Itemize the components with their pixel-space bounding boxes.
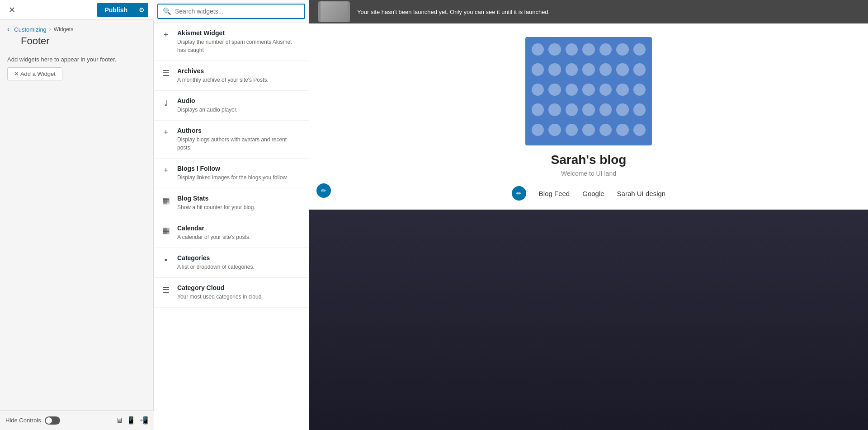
widget-item[interactable]: ▦ Calendar A calendar of your site's pos…: [154, 218, 309, 248]
site-notice: Your site hasn't been launched yet. Only…: [309, 0, 868, 23]
add-widget-hint: Add widgets here to appear in your foote…: [7, 56, 146, 63]
widget-item[interactable]: ☰ Category Cloud Your most used categori…: [154, 278, 309, 308]
page-title: Footer: [7, 35, 146, 47]
mobile-icon[interactable]: 📲: [139, 416, 148, 425]
bottom-bar: Hide Controls 🖥 📱 📲: [0, 410, 154, 430]
widget-icon: ♩: [161, 98, 171, 108]
widget-info: Blogs I Follow Display linked images for…: [177, 165, 302, 182]
widget-desc: Show a hit counter for your blog.: [177, 203, 302, 211]
blog-title: Sarah's blog: [551, 153, 627, 167]
search-bar: 🔍: [154, 0, 309, 23]
widget-icon: ☰: [161, 285, 171, 295]
widget-name: Authors: [177, 127, 302, 134]
breadcrumb: ‹ Customizing › Widgets: [7, 25, 146, 33]
edit-nav-icon[interactable]: ✏: [512, 186, 526, 201]
desktop-icon[interactable]: 🖥: [116, 416, 123, 425]
widget-item[interactable]: + Authors Display blogs authors with ava…: [154, 121, 309, 159]
back-button[interactable]: ‹: [7, 25, 9, 33]
widget-list: + Akismet Widget Display the number of s…: [154, 23, 309, 430]
widget-item[interactable]: ♩ Audio Displays an audio player.: [154, 91, 309, 121]
widget-panel: 🔍 + Akismet Widget Display the number of…: [154, 0, 309, 430]
widget-icon: +: [161, 30, 171, 40]
widget-info: Audio Displays an audio player.: [177, 97, 302, 114]
widget-name: Archives: [177, 67, 302, 75]
widget-info: Authors Display blogs authors with avata…: [177, 127, 302, 152]
widget-item[interactable]: + Akismet Widget Display the number of s…: [154, 23, 309, 61]
breadcrumb-area: ‹ Customizing › Widgets Footer: [0, 20, 153, 51]
floating-edit: ✏: [316, 183, 331, 198]
hide-controls-toggle[interactable]: [45, 416, 60, 425]
widget-item[interactable]: ☰ Archives A monthly archive of your sit…: [154, 61, 309, 91]
hide-controls: Hide Controls: [5, 416, 60, 425]
floating-edit-icon[interactable]: ✏: [316, 183, 331, 198]
widget-desc: Your most used categories in cloud: [177, 293, 302, 301]
add-widget-button[interactable]: ✕ Add a Widget: [7, 67, 62, 80]
widget-name: Akismet Widget: [177, 29, 302, 37]
notice-text: Your site hasn't been launched yet. Only…: [357, 9, 550, 15]
widget-desc: A monthly archive of your site's Posts.: [177, 76, 302, 84]
widget-icon: +: [161, 128, 171, 137]
search-icon: 🔍: [163, 7, 171, 15]
widget-info: Blog Stats Show a hit counter for your b…: [177, 195, 302, 211]
widget-item[interactable]: ▦ Blog Stats Show a hit counter for your…: [154, 188, 309, 218]
nav-link-google[interactable]: Google: [582, 190, 604, 197]
widget-name: Blogs I Follow: [177, 165, 302, 172]
nav-link-sarah-ui[interactable]: Sarah UI design: [617, 190, 666, 197]
tablet-icon[interactable]: 📱: [127, 416, 136, 425]
widget-icon: ▦: [161, 196, 171, 206]
top-bar: ✕ Publish ⚙: [0, 0, 154, 20]
preview-footer: [309, 210, 868, 430]
breadcrumb-separator: ›: [49, 26, 51, 33]
widget-icon: ▦: [161, 225, 171, 235]
widget-icon: ▪: [161, 255, 171, 265]
widget-desc: Display the number of spam comments Akis…: [177, 38, 302, 54]
close-button[interactable]: ✕: [5, 4, 18, 16]
widget-name: Blog Stats: [177, 195, 302, 202]
widget-desc: A calendar of your site's posts.: [177, 233, 302, 241]
blog-subtitle: Welcome to UI land: [561, 170, 616, 177]
widget-info: Category Cloud Your most used categories…: [177, 284, 302, 301]
breadcrumb-section: Widgets: [54, 26, 73, 33]
publish-settings-button[interactable]: ⚙: [135, 3, 148, 17]
hide-controls-label: Hide Controls: [5, 417, 41, 424]
preview-area: Your site hasn't been launched yet. Only…: [309, 0, 868, 430]
notice-icon: [318, 1, 350, 22]
preview-content: Sarah's blog Welcome to UI land ✏ Blog F…: [309, 23, 868, 430]
nav-link-blog-feed[interactable]: Blog Feed: [539, 190, 570, 197]
widget-icon: +: [161, 166, 171, 175]
widget-info: Calendar A calendar of your site's posts…: [177, 224, 302, 241]
widget-name: Audio: [177, 97, 302, 104]
left-panel: ✕ Publish ⚙ ‹ Customizing › Widgets Foot…: [0, 0, 154, 430]
add-widget-area: Add widgets here to appear in your foote…: [0, 51, 153, 86]
blog-header: Sarah's blog Welcome to UI land ✏ Blog F…: [309, 23, 868, 210]
blog-nav: ✏ Blog Feed Google Sarah UI design: [512, 186, 665, 201]
widget-item[interactable]: + Blogs I Follow Display linked images f…: [154, 159, 309, 188]
widget-desc: Display linked images for the blogs you …: [177, 173, 302, 182]
widget-name: Categories: [177, 254, 302, 262]
widget-info: Akismet Widget Display the number of spa…: [177, 29, 302, 54]
search-input[interactable]: [175, 8, 300, 15]
widget-desc: Displays an audio player.: [177, 106, 302, 114]
device-icons: 🖥 📱 📲: [116, 416, 148, 425]
widget-icon: ☰: [161, 68, 171, 78]
widget-info: Categories A list or dropdown of categor…: [177, 254, 302, 271]
widget-name: Category Cloud: [177, 284, 302, 291]
blog-image: [525, 37, 652, 145]
search-input-wrap: 🔍: [157, 4, 305, 19]
widget-desc: A list or dropdown of categories.: [177, 263, 302, 271]
publish-group: Publish ⚙: [97, 3, 148, 17]
widget-desc: Display blogs authors with avatars and r…: [177, 136, 302, 152]
widget-item[interactable]: ▪ Categories A list or dropdown of categ…: [154, 248, 309, 278]
customizing-link[interactable]: Customizing: [14, 26, 47, 33]
widget-name: Calendar: [177, 224, 302, 232]
publish-button[interactable]: Publish: [97, 3, 135, 17]
widget-info: Archives A monthly archive of your site'…: [177, 67, 302, 84]
